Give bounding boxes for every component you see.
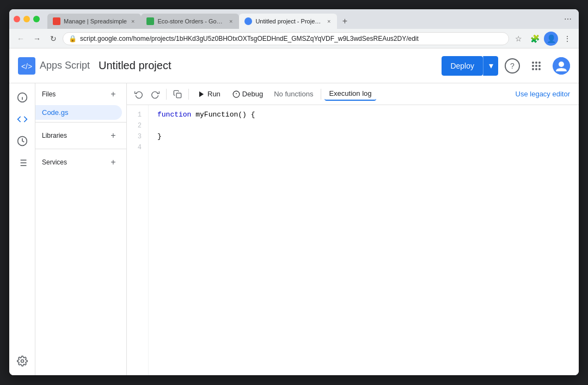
file-item-code-gs[interactable]: Code.gs <box>35 105 122 120</box>
extensions-button[interactable]: 🧩 <box>528 32 542 46</box>
google-apps-button[interactable] <box>526 56 546 76</box>
libraries-section-title: Libraries <box>42 132 67 139</box>
code-line-4 <box>157 142 570 153</box>
svg-point-6 <box>535 65 537 67</box>
reload-button[interactable]: ↻ <box>46 32 60 46</box>
tab-label-1: Manage | Spreadsimple <box>64 18 127 25</box>
deploy-dropdown-button[interactable]: ▾ <box>483 56 498 76</box>
file-panel: Files + Code.gs Libraries + Services + <box>35 83 127 375</box>
debug-button[interactable]: Debug <box>227 88 268 100</box>
back-button[interactable]: ← <box>14 32 28 46</box>
forward-button[interactable]: → <box>30 32 44 46</box>
line-number-2: 2 <box>127 120 148 131</box>
gear-icon <box>17 356 28 366</box>
svg-marker-25 <box>199 91 204 97</box>
add-file-button[interactable]: + <box>107 88 120 101</box>
svg-point-12 <box>559 62 564 67</box>
toolbar-divider-3 <box>321 89 321 100</box>
add-service-button[interactable]: + <box>107 156 120 169</box>
profile-button[interactable]: 👤 <box>544 32 558 46</box>
legacy-editor-button[interactable]: Use legacy editor <box>511 88 574 100</box>
code-line-2 <box>157 120 570 131</box>
redo-button[interactable] <box>148 87 163 102</box>
project-title: Untitled project <box>99 59 171 72</box>
deploy-button-wrapper: Deploy ▾ <box>442 56 498 76</box>
sidebar-icons <box>9 83 35 375</box>
nav-bar: ← → ↻ 🔒 script.google.com/home/projects/… <box>9 29 579 48</box>
more-button[interactable]: ⋮ <box>560 32 574 46</box>
code-content[interactable]: function myFunction() { } <box>149 105 579 375</box>
browser-tab-2[interactable]: Eco-store Orders - Google Sh... × <box>141 14 239 29</box>
maximize-button[interactable] <box>33 16 40 22</box>
editor-column: Run Debug No functions Execution log <box>127 83 579 375</box>
google-apps-icon <box>531 60 542 71</box>
sidebar-item-settings[interactable] <box>13 351 32 371</box>
address-bar[interactable]: 🔒 script.google.com/home/projects/1bHKd3… <box>63 32 509 45</box>
bookmark-button[interactable]: ☆ <box>511 32 525 46</box>
user-avatar[interactable] <box>553 57 570 75</box>
functions-selector[interactable]: No functions <box>270 88 317 100</box>
files-section-header[interactable]: Files + <box>35 83 126 105</box>
tab-label-2: Eco-store Orders - Google Sh... <box>157 18 225 25</box>
code-line-1: function myFunction() { <box>157 109 570 120</box>
tab-favicon-2 <box>146 17 154 25</box>
services-section-header[interactable]: Services + <box>35 151 126 173</box>
run-label: Run <box>207 90 220 98</box>
debug-icon <box>232 90 240 98</box>
svg-text:</>: </> <box>21 62 32 71</box>
deploy-button[interactable]: Deploy <box>442 56 483 76</box>
nav-actions: ☆ 🧩 👤 ⋮ <box>511 32 574 46</box>
help-button[interactable]: ? <box>505 58 520 74</box>
keyword-function: function <box>157 109 191 120</box>
undo-icon <box>134 90 143 99</box>
libraries-section-header[interactable]: Libraries + <box>35 125 126 146</box>
tabs-bar: Manage | Spreadsimple × Eco-store Orders… <box>47 9 558 29</box>
tab-favicon-3 <box>244 17 252 25</box>
file-item-label-code-gs: Code.gs <box>42 108 68 117</box>
debug-label: Debug <box>242 90 263 98</box>
run-button[interactable]: Run <box>192 88 226 100</box>
app-area: </> Apps Script Untitled project Deploy … <box>9 48 579 375</box>
sidebar-item-editor[interactable] <box>13 109 32 129</box>
svg-point-2 <box>532 62 534 64</box>
new-tab-button[interactable]: + <box>337 14 352 29</box>
sidebar-item-triggers[interactable] <box>13 131 32 151</box>
editor-toolbar: Run Debug No functions Execution log <box>127 83 579 105</box>
toolbar-divider-2 <box>188 89 189 100</box>
svg-point-5 <box>532 65 534 67</box>
sidebar-item-executions[interactable] <box>13 153 32 173</box>
copy-button[interactable] <box>170 87 185 102</box>
toolbar-divider-1 <box>166 89 167 100</box>
browser-window: Manage | Spreadsimple × Eco-store Orders… <box>9 9 579 375</box>
files-section-title: Files <box>42 90 56 98</box>
undo-button[interactable] <box>131 87 146 102</box>
code-text-3: } <box>157 131 162 142</box>
close-button[interactable] <box>14 16 20 22</box>
clock-icon <box>17 136 28 146</box>
browser-menu-button[interactable]: ⋯ <box>561 13 574 26</box>
add-library-button[interactable]: + <box>107 129 120 142</box>
minimize-button[interactable] <box>23 16 30 22</box>
panel-divider-1 <box>35 122 126 123</box>
browser-tab-1[interactable]: Manage | Spreadsimple × <box>47 14 141 29</box>
lock-icon: 🔒 <box>69 35 77 42</box>
executions-icon <box>17 157 28 168</box>
sidebar-item-overview[interactable] <box>13 88 32 107</box>
svg-point-3 <box>535 62 537 64</box>
code-lines: 1 2 3 4 function myFunction() { } <box>127 105 579 375</box>
tab-close-3[interactable]: × <box>326 17 332 26</box>
line-number-4: 4 <box>127 142 148 153</box>
title-bar: Manage | Spreadsimple × Eco-store Orders… <box>9 9 579 29</box>
svg-point-10 <box>538 68 541 70</box>
app-logo[interactable]: </> Apps Script <box>18 57 90 75</box>
code-icon <box>17 114 28 125</box>
tab-close-1[interactable]: × <box>130 17 136 26</box>
browser-tab-3[interactable]: Untitled project - Project Edit... × <box>239 14 337 29</box>
line-number-3: 3 <box>127 131 148 142</box>
tab-label-3: Untitled project - Project Edit... <box>255 18 323 25</box>
app-header: </> Apps Script Untitled project Deploy … <box>9 48 579 83</box>
execution-log-button[interactable]: Execution log <box>324 87 376 101</box>
line-numbers: 1 2 3 4 <box>127 105 149 375</box>
code-editor[interactable]: 1 2 3 4 function myFunction() { } <box>127 105 579 375</box>
tab-close-2[interactable]: × <box>228 17 234 26</box>
